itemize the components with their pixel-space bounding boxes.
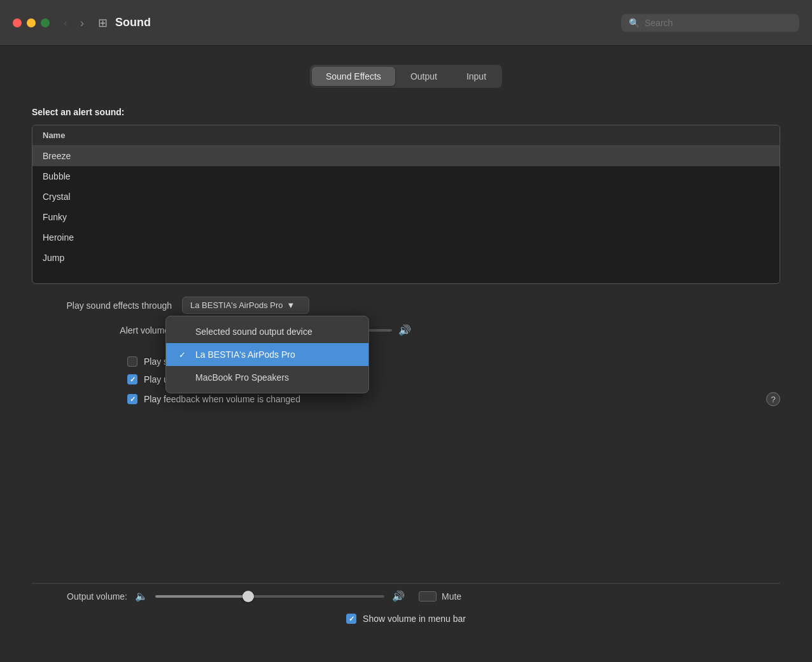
nav-back-button[interactable]: ‹ [60,15,71,31]
controls-area: Play sound effects through La BESTIA's A… [32,297,780,406]
sound-list-header: Name [32,125,780,146]
alert-volume-label: Alert volume: [32,325,172,335]
tab-input[interactable]: Input [452,67,500,86]
help-button[interactable]: ? [766,392,780,406]
feedback-volume-label: Play feedback when volume is changed [144,394,300,404]
play-through-row: Play sound effects through La BESTIA's A… [32,297,780,314]
output-volume-row: Output volume: 🔈 🔊 Mute [32,590,780,602]
list-item[interactable]: Bubble [32,166,780,187]
show-volume-label: Show volume in menu bar [363,614,466,624]
list-item[interactable]: Funky [32,207,780,227]
feedback-volume-row: Play feedback when volume is changed ? [32,392,780,406]
show-volume-row: Show volume in menu bar [32,614,780,624]
dropdown-selected-value: La BESTIA's AirPods Pro [190,300,283,310]
volume-min-icon: 🔈 [135,590,148,602]
divider [32,583,780,584]
play-through-label: Play sound effects through [32,300,172,311]
titlebar: ‹ › ⊞ Sound 🔍 [0,0,812,46]
search-icon: 🔍 [629,18,640,28]
sound-list[interactable]: Breeze Bubble Crystal Funky Heroine Jump [32,146,780,282]
tabs: Sound Effects Output Input [310,65,502,88]
main-content: Sound Effects Output Input Select an ale… [0,46,812,426]
show-volume-checkbox[interactable] [346,614,356,624]
nav-forward-button[interactable]: › [76,15,88,31]
grid-icon[interactable]: ⊞ [98,16,108,30]
startup-sound-checkbox[interactable] [127,356,137,367]
play-through-dropdown[interactable]: La BESTIA's AirPods Pro ▼ [182,297,309,314]
dropdown-menu: Selected sound output device ✓ La BESTIA… [165,316,369,393]
feedback-volume-checkbox[interactable] [127,394,137,404]
output-volume-slider[interactable] [155,595,384,598]
ui-sounds-checkbox[interactable] [127,374,137,384]
dropdown-item-label: La BESTIA's AirPods Pro [195,349,295,360]
startup-sound-row: Play sound on startup [32,356,780,367]
bottom-area: Output volume: 🔈 🔊 Mute Show volume in m… [32,577,780,624]
tabs-container: Sound Effects Output Input [32,65,780,88]
traffic-lights [13,18,50,27]
dropdown-item-airpods[interactable]: ✓ La BESTIA's AirPods Pro [166,343,368,366]
search-input[interactable] [645,18,792,28]
ui-sounds-row: Play user interface sound effects [32,374,780,384]
chevron-down-icon: ▼ [287,300,295,310]
list-item[interactable]: Breeze [32,146,780,166]
window-title: Sound [115,16,621,29]
list-item[interactable]: Crystal [32,187,780,207]
tab-output[interactable]: Output [396,67,451,86]
sound-list-container: Name Breeze Bubble Crystal Funky Heroine… [32,125,780,284]
maximize-button[interactable] [41,18,50,27]
volume-max-icon: 🔊 [392,590,405,602]
mute-label: Mute [442,591,461,602]
output-volume-label: Output volume: [32,591,127,602]
volume-high-icon: 🔊 [398,324,411,336]
list-item[interactable]: Heroine [32,227,780,248]
nav-arrows: ‹ › [60,15,88,31]
dropdown-item-label: Selected sound output device [195,327,312,337]
dropdown-item-label: MacBook Pro Speakers [195,372,289,383]
minimize-button[interactable] [27,18,36,27]
mute-checkbox[interactable] [419,591,437,602]
alert-sound-label: Select an alert sound: [32,107,780,117]
mute-toggle: Mute [419,591,461,602]
check-icon: ✓ [179,350,189,360]
tab-sound-effects[interactable]: Sound Effects [312,67,395,86]
dropdown-item-macbook[interactable]: MacBook Pro Speakers [166,366,368,389]
dropdown-item[interactable]: Selected sound output device [166,320,368,343]
list-item[interactable]: Jump [32,248,780,268]
close-button[interactable] [13,18,22,27]
alert-volume-row: Alert volume: 🔈 🔊 [32,324,780,336]
search-box[interactable]: 🔍 [621,14,799,32]
